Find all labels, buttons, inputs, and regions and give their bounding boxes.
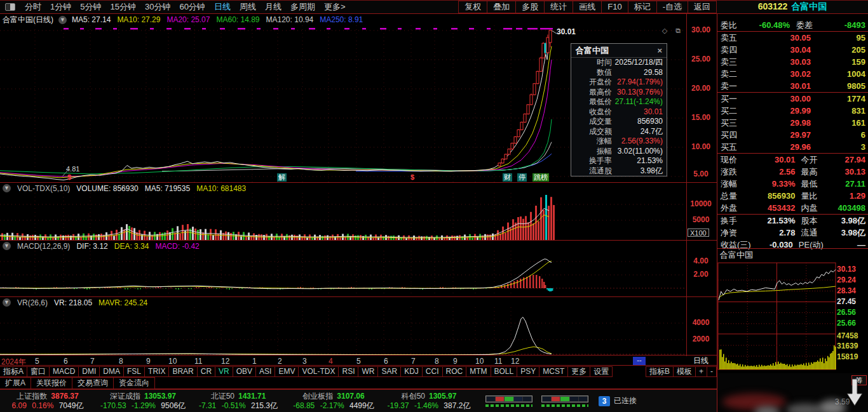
main-candle-chart[interactable]: ◇ ⧉ 30.01 4.81 $解$财停跳榜 合富中国 × 时间 2025/12… xyxy=(0,25,717,183)
indicator-tab[interactable]: CR xyxy=(197,366,215,377)
indicator-tab[interactable]: DMA xyxy=(99,366,124,377)
ask-row[interactable]: 卖三 30.03 159 xyxy=(717,56,868,68)
extension-tab[interactable]: 资金流向 xyxy=(113,377,155,389)
connection-badge[interactable]: 3 xyxy=(599,396,610,406)
tool-menu-item[interactable]: 复权 xyxy=(458,1,487,13)
indicator-tab-right[interactable]: + xyxy=(695,366,707,377)
period-menu-item[interactable]: 分时 xyxy=(20,1,46,13)
indicator-tab[interactable]: VR xyxy=(215,366,233,377)
indicator-tab[interactable]: TRIX xyxy=(144,366,169,377)
vr-chart[interactable] xyxy=(0,307,717,356)
macd-chart[interactable] xyxy=(0,251,717,297)
date-axis[interactable]: 2024年56789101112123456789101112 -- xyxy=(0,356,717,366)
period-menu-item[interactable]: 15分钟 xyxy=(105,1,140,13)
extension-tab[interactable]: 扩展A xyxy=(0,377,31,389)
tool-menu-item[interactable]: F10 xyxy=(601,1,628,13)
indicator-tab[interactable]: VOL-TDX xyxy=(298,366,339,377)
ask-row[interactable]: 卖四 30.04 205 xyxy=(717,44,868,56)
volume-chart[interactable] xyxy=(0,193,717,241)
index-quote[interactable]: 创业板指3107.06 -68.85 -2.17% 4499亿 xyxy=(286,392,381,411)
window-toggle-icon[interactable] xyxy=(5,3,15,11)
stat-value-2: 27.94 xyxy=(818,155,866,164)
indicator-tab[interactable]: 窗口 xyxy=(27,366,50,377)
bid-price: 29.99 xyxy=(747,106,829,116)
bid-row[interactable]: 买二 29.99 831 xyxy=(717,105,868,117)
date-axis-label: 4 xyxy=(329,357,333,366)
event-marker[interactable]: $ xyxy=(67,173,71,182)
bid-row[interactable]: 买三 29.98 161 xyxy=(717,117,868,129)
chart-corner-icons[interactable]: ◇ ⧉ xyxy=(662,27,684,35)
tool-menu-item[interactable]: 多股 xyxy=(515,1,545,13)
popup-row-label: 成交额 xyxy=(575,127,612,137)
ask-row[interactable]: 卖一 30.01 9805 xyxy=(717,80,868,92)
event-marker[interactable]: 跳榜 xyxy=(532,173,549,182)
stat-label: 涨幅 xyxy=(721,178,747,190)
mini-intraday-chart[interactable]: 合富中国 30.1329.2428.3427.4526.5625.6647458… xyxy=(717,248,868,380)
tool-menu-item[interactable]: 统计 xyxy=(544,1,573,13)
indicator-tab[interactable]: FSL xyxy=(123,366,145,377)
index-quote[interactable]: 北证501431.71 -7.31 -0.51% 215.3亿 xyxy=(191,392,286,411)
event-marker[interactable]: $ xyxy=(410,173,414,182)
extension-tab[interactable]: 交易查询 xyxy=(72,377,114,389)
indicator-tab[interactable]: RSI xyxy=(338,366,358,377)
period-menu-item[interactable]: 多周期 xyxy=(286,1,320,13)
indicator-tab[interactable]: CCI xyxy=(422,366,443,377)
indicator-tab[interactable]: MACD xyxy=(49,366,79,377)
tool-menu-item[interactable]: -自选 xyxy=(656,1,688,13)
period-menu-item[interactable]: 更多> xyxy=(320,1,350,13)
chevron-down-icon[interactable]: ▼ xyxy=(3,184,11,192)
indicator-tab-right[interactable]: - xyxy=(707,366,717,377)
chevron-down-icon[interactable]: ▼ xyxy=(3,242,11,250)
event-marker[interactable]: 解 xyxy=(277,173,287,182)
heat-segment xyxy=(514,397,522,401)
period-menu-item[interactable]: 月线 xyxy=(261,1,286,13)
ask-row[interactable]: 卖五 30.05 95 xyxy=(717,32,868,44)
bid-row[interactable]: 买四 29.97 6 xyxy=(717,129,868,141)
bid-row[interactable]: 买五 29.96 3 xyxy=(717,141,868,153)
indicator-tab[interactable]: ASI xyxy=(255,366,275,377)
extension-tab[interactable]: 关联报价 xyxy=(31,377,72,389)
indicator-tab[interactable]: BRAR xyxy=(168,366,197,377)
weicha-label: 委差 xyxy=(790,20,813,31)
indicator-tab[interactable]: ROC xyxy=(442,366,467,377)
top-menu-bar: 分时1分钟5分钟15分钟30分钟60分钟日线周线月线多周期更多> 复权叠加多股统… xyxy=(0,0,868,14)
indicator-tab[interactable]: MTM xyxy=(466,366,491,377)
period-menu-item[interactable]: 30分钟 xyxy=(140,1,175,13)
period-menu-item[interactable]: 5分钟 xyxy=(76,1,105,13)
index-quote[interactable]: 上证指数3876.37 6.09 0.16% 7049亿 xyxy=(0,392,95,411)
popup-row-value: 29.58 xyxy=(612,68,663,78)
index-quote[interactable]: 科创501305.97 -19.37 -1.46% 387.2亿 xyxy=(381,392,477,411)
close-icon[interactable]: × xyxy=(657,44,662,57)
indicator-tab[interactable]: 指标A xyxy=(0,366,27,377)
period-menu-item[interactable]: 周线 xyxy=(235,1,261,13)
chevron-down-icon[interactable]: ▼ xyxy=(3,298,11,307)
indicator-tab-right[interactable]: 模板 xyxy=(673,366,696,377)
period-menu-item[interactable]: 日线 xyxy=(210,1,235,13)
indicator-tab[interactable]: BOLL xyxy=(491,366,518,377)
popup-row: 流通股 3.98亿 xyxy=(571,166,667,176)
period-menu-item[interactable]: 60分钟 xyxy=(175,1,209,13)
tool-menu-item[interactable]: 返回 xyxy=(688,1,717,13)
period-menu-item[interactable]: 1分钟 xyxy=(46,1,76,13)
event-marker[interactable]: 停 xyxy=(517,173,527,182)
indicator-tab[interactable]: EMV xyxy=(275,366,299,377)
indicator-tab[interactable]: 更多 xyxy=(567,366,590,377)
tool-menu-item[interactable]: 画线 xyxy=(573,1,602,13)
tool-menu-item[interactable]: 标记 xyxy=(628,1,657,13)
tool-menu-item[interactable]: 叠加 xyxy=(487,1,516,13)
index-change: -7.31 xyxy=(199,401,216,410)
indicator-tab[interactable]: PSY xyxy=(517,366,539,377)
indicator-tab[interactable]: DMI xyxy=(78,366,100,377)
indicator-tab[interactable]: OBV xyxy=(233,366,256,377)
indicator-tab-right[interactable]: 指标B xyxy=(646,366,674,377)
indicator-tab[interactable]: KDJ xyxy=(400,366,423,377)
indicator-tab[interactable]: MCST xyxy=(539,366,568,377)
event-marker[interactable]: 财 xyxy=(503,173,512,182)
indicator-tab[interactable]: 设置 xyxy=(590,366,613,377)
ask-row[interactable]: 卖二 30.02 1004 xyxy=(717,68,868,80)
indicator-tab[interactable]: WR xyxy=(358,366,378,377)
index-quote[interactable]: 深证成指13053.97 -170.53 -1.29% 9506亿 xyxy=(95,392,191,411)
chevron-down-icon[interactable]: ▼ xyxy=(58,16,67,24)
indicator-tab[interactable]: SAR xyxy=(377,366,401,377)
bid-row[interactable]: 买一 30.00 1774 xyxy=(717,93,868,105)
